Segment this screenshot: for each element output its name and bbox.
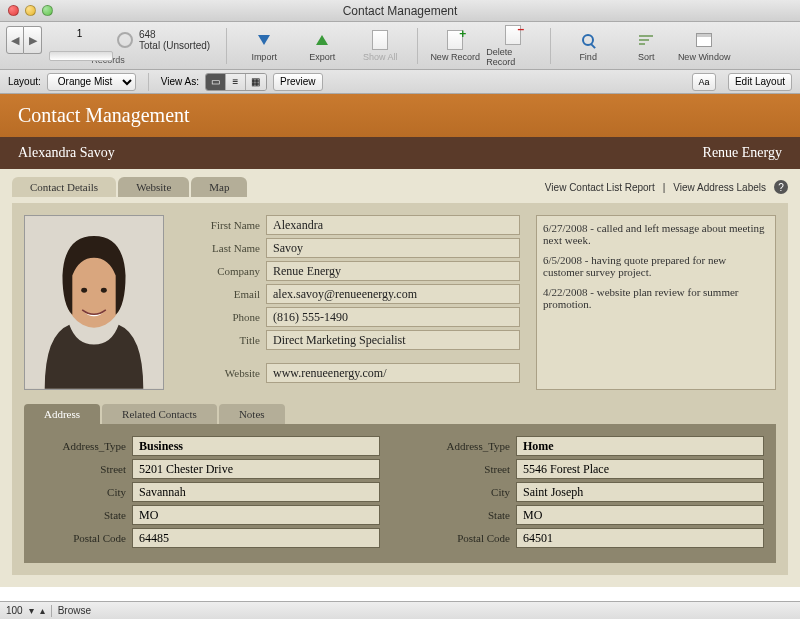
- subtab-related-contacts[interactable]: Related Contacts: [102, 404, 217, 424]
- import-icon: [258, 35, 270, 45]
- title-field[interactable]: Direct Marketing Specialist: [266, 330, 520, 350]
- contact-photo[interactable]: [24, 215, 164, 390]
- total-label: Total (Unsorted): [139, 40, 210, 51]
- contact-company-header: Renue Energy: [703, 145, 782, 161]
- total-records: 648: [139, 29, 210, 40]
- note-entry: 6/5/2008 - having quote prepared for new…: [543, 254, 769, 278]
- addr2-street-field[interactable]: 5546 Forest Place: [516, 459, 764, 479]
- addr1-state-field[interactable]: MO: [132, 505, 380, 525]
- addr2-city-field[interactable]: Saint Joseph: [516, 482, 764, 502]
- state-label: State: [420, 509, 510, 521]
- list-view-button[interactable]: ≡: [226, 74, 246, 90]
- export-button[interactable]: Export: [295, 29, 349, 62]
- addr-type-label: Address_Type: [420, 440, 510, 452]
- state-label: State: [36, 509, 126, 521]
- zoom-out-icon[interactable]: ▾: [29, 605, 34, 616]
- addr2-state-field[interactable]: MO: [516, 505, 764, 525]
- email-label: Email: [180, 288, 260, 300]
- help-icon[interactable]: ?: [774, 180, 788, 194]
- svg-point-3: [101, 288, 107, 293]
- window-title: Contact Management: [0, 4, 800, 18]
- record-slider[interactable]: [49, 51, 113, 61]
- email-field[interactable]: alex.savoy@renueenergy.com: [266, 284, 520, 304]
- notes-box[interactable]: 6/27/2008 - called and left message abou…: [536, 215, 776, 390]
- addr2-type-field[interactable]: Home: [516, 436, 764, 456]
- tab-map[interactable]: Map: [191, 177, 247, 197]
- title-label: Title: [180, 334, 260, 346]
- delete-record-icon: [505, 25, 521, 45]
- zoom-in-icon[interactable]: ▴: [40, 605, 45, 616]
- subtab-notes[interactable]: Notes: [219, 404, 285, 424]
- company-label: Company: [180, 265, 260, 277]
- addr-type-label: Address_Type: [36, 440, 126, 452]
- addr1-type-field[interactable]: Business: [132, 436, 380, 456]
- view-contact-list-report-link[interactable]: View Contact List Report: [545, 182, 655, 193]
- titlebar: Contact Management: [0, 0, 800, 22]
- postal-label: Postal Code: [36, 532, 126, 544]
- layout-label: Layout:: [8, 76, 41, 87]
- note-entry: 4/22/2008 - website plan review for summ…: [543, 286, 769, 310]
- layoutbar: Layout: Orange Mist View As: ▭ ≡ ▦ Previ…: [0, 70, 800, 94]
- zoom-value[interactable]: 100: [6, 605, 23, 616]
- addr1-postal-field[interactable]: 64485: [132, 528, 380, 548]
- postal-label: Postal Code: [420, 532, 510, 544]
- phone-field[interactable]: (816) 555-1490: [266, 307, 520, 327]
- phone-label: Phone: [180, 311, 260, 323]
- prev-record-button[interactable]: ◀: [6, 26, 24, 54]
- contact-details-panel: First NameAlexandra Last NameSavoy Compa…: [12, 203, 788, 575]
- view-address-labels-link[interactable]: View Address Labels: [673, 182, 766, 193]
- new-record-icon: [447, 30, 463, 50]
- statusbar: 100 ▾ ▴ Browse: [0, 601, 800, 619]
- street-label: Street: [420, 463, 510, 475]
- show-all-button[interactable]: Show All: [353, 29, 407, 62]
- website-field[interactable]: www.renueenergy.com/: [266, 363, 520, 383]
- show-all-icon: [372, 30, 388, 50]
- name-header: Alexandra Savoy Renue Energy: [0, 137, 800, 169]
- table-view-button[interactable]: ▦: [246, 74, 266, 90]
- contact-full-name: Alexandra Savoy: [18, 145, 115, 161]
- toolbar: ◀ ▶ 1 648 Total (Unsorted) Records Impor…: [0, 22, 800, 70]
- layout-select[interactable]: Orange Mist: [47, 73, 136, 91]
- delete-record-button[interactable]: Delete Record: [486, 24, 540, 67]
- city-label: City: [36, 486, 126, 498]
- export-icon: [316, 35, 328, 45]
- website-label: Website: [180, 367, 260, 379]
- company-field[interactable]: Renue Energy: [266, 261, 520, 281]
- pie-indicator-icon: [117, 32, 133, 48]
- sort-button[interactable]: Sort: [619, 29, 673, 62]
- street-label: Street: [36, 463, 126, 475]
- content-area: Contact Management Alexandra Savoy Renue…: [0, 94, 800, 587]
- view-mode-toggle[interactable]: ▭ ≡ ▦: [205, 73, 267, 91]
- new-window-icon: [696, 33, 712, 47]
- preview-button[interactable]: Preview: [273, 73, 323, 91]
- addr2-postal-field[interactable]: 64501: [516, 528, 764, 548]
- new-record-button[interactable]: New Record: [428, 29, 482, 62]
- next-record-button[interactable]: ▶: [24, 26, 42, 54]
- tab-contact-details[interactable]: Contact Details: [12, 177, 116, 197]
- find-button[interactable]: Find: [561, 29, 615, 62]
- formatting-bar-button[interactable]: Aa: [692, 73, 716, 91]
- find-icon: [582, 34, 594, 46]
- svg-point-2: [81, 288, 87, 293]
- tab-website[interactable]: Website: [118, 177, 189, 197]
- edit-layout-button[interactable]: Edit Layout: [728, 73, 792, 91]
- sort-icon: [639, 35, 653, 45]
- subtab-address[interactable]: Address: [24, 404, 100, 424]
- address-panel: Address_TypeBusiness Street5201 Chester …: [24, 424, 776, 563]
- city-label: City: [420, 486, 510, 498]
- view-as-label: View As:: [161, 76, 199, 87]
- new-window-button[interactable]: New Window: [677, 29, 731, 62]
- note-entry: 6/27/2008 - called and left message abou…: [543, 222, 769, 246]
- last-name-field[interactable]: Savoy: [266, 238, 520, 258]
- addr1-street-field[interactable]: 5201 Chester Drive: [132, 459, 380, 479]
- mode-popup[interactable]: Browse: [58, 605, 91, 616]
- addr1-city-field[interactable]: Savannah: [132, 482, 380, 502]
- first-name-field[interactable]: Alexandra: [266, 215, 520, 235]
- record-number[interactable]: 1: [77, 28, 83, 39]
- form-view-button[interactable]: ▭: [206, 74, 226, 90]
- first-name-label: First Name: [180, 219, 260, 231]
- page-title: Contact Management: [0, 94, 800, 137]
- last-name-label: Last Name: [180, 242, 260, 254]
- import-button[interactable]: Import: [237, 29, 291, 62]
